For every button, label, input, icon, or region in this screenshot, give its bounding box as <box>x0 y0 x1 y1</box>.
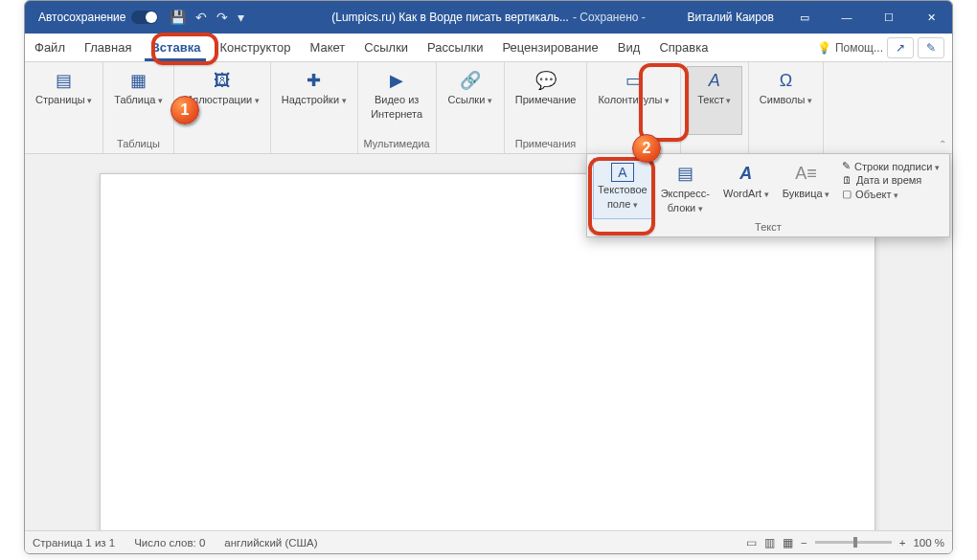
tab-insert[interactable]: Вставка <box>141 34 210 61</box>
media-group-label: Мультимедиа <box>364 136 430 153</box>
datetime-button[interactable]: 🗓Дата и время <box>842 174 940 186</box>
collapse-ribbon-icon[interactable]: ⌃ <box>939 139 946 149</box>
table-button[interactable]: ▦ Таблица <box>109 66 168 135</box>
comments-group-label: Примечания <box>515 136 577 153</box>
tab-view[interactable]: Вид <box>608 34 650 61</box>
signature-icon: ✎ <box>842 160 851 172</box>
quickparts-button[interactable]: ▤ Экспресс- блоки <box>656 158 715 219</box>
qat-more-icon[interactable]: ▾ <box>238 10 244 25</box>
ribbon: ▤ Страницы ▦ Таблица Таблицы 🖼 Иллюстрац… <box>25 62 952 154</box>
tab-layout[interactable]: Макет <box>301 34 355 61</box>
close-icon[interactable]: ✕ <box>910 1 952 34</box>
tab-review[interactable]: Рецензирование <box>492 34 607 61</box>
comment-button[interactable]: 💬 Примечание <box>511 66 581 135</box>
share-button[interactable]: ↗ <box>887 37 914 58</box>
links-button[interactable]: 🔗 Ссылки <box>443 66 498 135</box>
dropcap-icon: A≡ <box>792 163 819 186</box>
doc-title: (Lumpics.ru) Как в Ворде писать вертикал… <box>331 11 569 24</box>
symbols-button[interactable]: Ω Символы <box>755 66 817 135</box>
textbox-button[interactable]: A Текстовое поле <box>593 158 652 219</box>
autosave-toggle[interactable] <box>131 11 158 24</box>
object-button[interactable]: ▢Объект <box>842 188 940 200</box>
comment-icon: 💬 <box>533 71 559 92</box>
zoom-value[interactable]: 100 % <box>913 537 944 549</box>
addins-icon: ✚ <box>301 71 328 92</box>
minimize-icon[interactable]: — <box>826 1 868 34</box>
addins-button[interactable]: ✚ Надстройки <box>277 66 352 135</box>
status-words[interactable]: Число слов: 0 <box>134 537 205 549</box>
headerfooter-button[interactable]: ▭ Колонтитулы <box>593 66 673 135</box>
video-icon: ▶ <box>383 71 410 92</box>
illustrations-button[interactable]: 🖼 Иллюстрации <box>180 66 264 135</box>
save-icon[interactable]: 💾 <box>170 10 186 25</box>
doc-saved: - Сохранено - <box>573 11 646 24</box>
text-popup: A Текстовое поле ▤ Экспресс- блоки A Wor… <box>586 153 950 237</box>
zoom-slider[interactable] <box>815 541 892 544</box>
maximize-icon[interactable]: ☐ <box>868 1 910 34</box>
autosave-label: Автосохранение <box>38 11 125 24</box>
tables-group-label: Таблицы <box>117 136 160 153</box>
textbox-icon: A <box>611 163 634 182</box>
ribbon-display-icon[interactable]: ▭ <box>784 1 826 34</box>
links-icon: 🔗 <box>457 71 484 92</box>
view-read-icon[interactable]: ▭ <box>746 536 757 549</box>
quickparts-icon: ▤ <box>671 163 698 186</box>
headerfooter-icon: ▭ <box>621 71 648 92</box>
text-icon: A <box>701 71 728 92</box>
wordart-button[interactable]: A WordArt <box>718 158 774 219</box>
object-icon: ▢ <box>842 188 852 200</box>
text-group-label: Текст <box>593 219 943 236</box>
signature-line-button[interactable]: ✎Строки подписи <box>842 160 940 172</box>
tellme-icon[interactable]: 💡 <box>817 41 831 55</box>
symbols-icon: Ω <box>772 71 799 92</box>
comments-button[interactable]: ✎ <box>918 37 944 58</box>
tab-mailings[interactable]: Рассылки <box>418 34 492 61</box>
text-button[interactable]: A Текст <box>687 66 742 135</box>
pages-icon: ▤ <box>51 71 78 92</box>
status-language[interactable]: английский (США) <box>224 537 317 549</box>
undo-icon[interactable]: ↶ <box>195 10 207 25</box>
view-print-icon[interactable]: ▥ <box>764 536 775 549</box>
titlebar: Автосохранение 💾 ↶ ↷ ▾ (Lumpics.ru) Как … <box>25 1 952 34</box>
wordart-icon: A <box>733 163 760 186</box>
zoom-in-icon[interactable]: + <box>899 537 906 549</box>
zoom-out-icon[interactable]: − <box>801 537 807 549</box>
tab-home[interactable]: Главная <box>75 34 141 61</box>
tab-references[interactable]: Ссылки <box>354 34 418 61</box>
status-bar: Страница 1 из 1 Число слов: 0 английский… <box>25 530 952 553</box>
status-page[interactable]: Страница 1 из 1 <box>33 537 115 549</box>
illustrations-icon: 🖼 <box>209 71 236 92</box>
table-icon: ▦ <box>125 71 152 92</box>
pages-button[interactable]: ▤ Страницы <box>31 66 97 135</box>
tab-help[interactable]: Справка <box>649 34 717 61</box>
dropcap-button[interactable]: A≡ Буквица <box>778 158 834 219</box>
tellme-label[interactable]: Помощ... <box>835 41 883 55</box>
view-web-icon[interactable]: ▦ <box>783 536 793 549</box>
user-name[interactable]: Виталий Каиров <box>687 11 774 24</box>
ribbon-tabs: Файл Главная Вставка Конструктор Макет С… <box>25 34 952 62</box>
tab-design[interactable]: Конструктор <box>210 34 300 61</box>
tab-file[interactable]: Файл <box>25 34 75 61</box>
redo-icon[interactable]: ↷ <box>216 10 228 25</box>
online-video-button[interactable]: ▶ Видео из Интернета <box>366 66 427 135</box>
datetime-icon: 🗓 <box>842 174 852 186</box>
